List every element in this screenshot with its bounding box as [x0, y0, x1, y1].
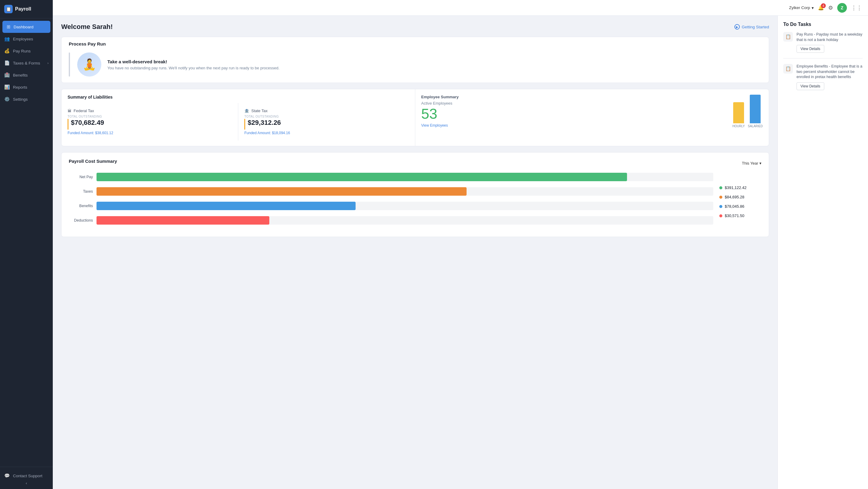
- sidebar-collapse-button[interactable]: ‹: [4, 481, 49, 485]
- sidebar-item-employees[interactable]: 👥 Employees: [0, 33, 53, 45]
- state-accent-bar: [244, 119, 245, 130]
- deductions-bar: [96, 216, 269, 225]
- sidebar-item-label: Settings: [13, 97, 28, 102]
- salaried-label: SALARIED: [748, 125, 763, 128]
- todo-pay-runs-icon: 📋: [783, 32, 793, 42]
- federal-amount: $70,682.49: [71, 119, 104, 127]
- taxes-value: $84,695.28: [725, 195, 744, 199]
- payroll-cost-title: Payroll Cost Summary: [69, 159, 117, 164]
- dashboard-icon: ⊞: [7, 24, 10, 30]
- federal-tax-header: 🏛 Federal Tax: [67, 108, 232, 113]
- employees-icon: 👥: [4, 36, 10, 42]
- sidebar-item-settings[interactable]: ⚙️ Settings: [0, 93, 53, 105]
- sidebar-item-reports[interactable]: 📊 Reports: [0, 81, 53, 93]
- settings-icon: ⚙️: [4, 96, 10, 102]
- todo-pay-runs-view-button[interactable]: View Details: [797, 45, 824, 53]
- salaried-bar: SALARIED: [748, 95, 763, 128]
- summary-card: Summary of Liabilities 🏛 Federal Tax TOT…: [61, 89, 769, 146]
- sidebar-item-benefits[interactable]: 🏥 Benefits: [0, 69, 53, 81]
- notifications-button[interactable]: 🔔 4: [818, 5, 824, 10]
- sidebar-item-dashboard[interactable]: ⊞ Dashboard: [2, 21, 50, 33]
- todo-item-benefits: 📋 Employee Benefits - Employee that is a…: [783, 64, 863, 90]
- deductions-label: Deductions: [69, 218, 93, 223]
- active-employees-label: Active Employees: [421, 101, 728, 105]
- pay-runs-icon: 💰: [4, 48, 10, 54]
- todo-title: To Do Tasks: [783, 22, 863, 27]
- hourly-label: HOURLY: [733, 125, 745, 128]
- todo-benefits-text: Employee Benefits - Employee that is a t…: [797, 64, 863, 80]
- employee-left: Employee Summary Active Employees 53 Vie…: [421, 95, 728, 128]
- main-container: Zylker Corp ▾ 🔔 4 ⚙ Z ⋮⋮ Welcome Sarah! …: [53, 0, 868, 489]
- liabilities-section: Summary of Liabilities 🏛 Federal Tax TOT…: [62, 89, 415, 146]
- sidebar-header: 📋 Payroll: [0, 0, 53, 19]
- deductions-value: $30,571.50: [725, 214, 744, 218]
- taxes-dot: [719, 196, 722, 199]
- sidebar-nav: ⊞ Dashboard 👥 Employees 💰 Pay Runs 📄 Tax…: [0, 19, 53, 467]
- net-pay-track: [96, 173, 713, 181]
- sidebar-footer: 💬 Contact Support ‹: [0, 467, 53, 489]
- sidebar-item-contact-support[interactable]: 💬 Contact Support: [4, 470, 49, 481]
- page-header: Welcome Sarah! ▶ Getting Started: [61, 23, 769, 31]
- state-amount: $29,312.26: [248, 119, 281, 127]
- taxes-track: [96, 187, 713, 196]
- sidebar-contact-label: Contact Support: [13, 474, 42, 478]
- pay-run-text: Take a well-deserved break! You have no …: [107, 59, 280, 70]
- notification-badge: 4: [821, 3, 826, 8]
- period-select[interactable]: This Year ▾: [742, 161, 762, 165]
- payroll-cost-card: Payroll Cost Summary This Year ▾ Net Pay: [61, 152, 769, 237]
- state-funded: Funded Amount: $18,094.16: [244, 131, 409, 135]
- todo-divider: [783, 58, 863, 59]
- sidebar-item-pay-runs[interactable]: 💰 Pay Runs: [0, 45, 53, 57]
- pay-run-description: You have no outstanding pay runs. We'll …: [107, 66, 280, 70]
- net-pay-label: Net Pay: [69, 175, 93, 179]
- hourly-bar-rect: [733, 102, 744, 123]
- sidebar-item-taxes-forms[interactable]: 📄 Taxes & Forms ›: [0, 57, 53, 69]
- process-pay-run-title: Process Pay Run: [62, 37, 769, 46]
- avatar[interactable]: Z: [837, 3, 847, 13]
- salaried-bar-rect: [750, 95, 761, 123]
- chart-legend: $391,122.42 $84,695.28 $78,045.86 $: [719, 173, 762, 231]
- page-title: Welcome Sarah!: [61, 23, 113, 31]
- state-tax-icon: 🏦: [244, 108, 249, 113]
- support-icon: 💬: [4, 473, 10, 479]
- pay-run-content: 🧘 Take a well-deserved break! You have n…: [62, 46, 769, 83]
- benefits-track: [96, 202, 713, 210]
- taxes-legend: $84,695.28: [719, 195, 762, 199]
- federal-amount-row: $70,682.49: [67, 119, 232, 130]
- collapse-icon: ‹: [26, 481, 27, 485]
- main-content: Welcome Sarah! ▶ Getting Started Process…: [53, 16, 777, 489]
- getting-started-button[interactable]: ▶ Getting Started: [734, 24, 769, 30]
- benefits-dot: [719, 205, 722, 208]
- sidebar-item-label: Employees: [13, 37, 33, 41]
- reports-icon: 📊: [4, 85, 10, 90]
- deductions-dot: [719, 214, 722, 217]
- benefits-label: Benefits: [69, 204, 93, 208]
- apps-grid-icon[interactable]: ⋮⋮: [851, 4, 862, 11]
- deductions-row: Deductions: [69, 216, 713, 225]
- taxes-arrow-icon: ›: [48, 61, 49, 65]
- deductions-track: [96, 216, 713, 225]
- pay-run-heading: Take a well-deserved break!: [107, 59, 280, 64]
- sidebar-item-label: Dashboard: [13, 25, 33, 29]
- state-outstanding-label: TOTAL OUTSTANDING: [244, 115, 409, 118]
- benefits-value: $78,045.86: [725, 204, 744, 208]
- sidebar: 📋 Payroll ⊞ Dashboard 👥 Employees 💰 Pay …: [0, 0, 53, 489]
- taxes-label: Taxes: [69, 189, 93, 194]
- employee-count: 53: [421, 107, 728, 121]
- federal-tax-card: 🏛 Federal Tax TOTAL OUTSTANDING $70,682.…: [62, 103, 238, 140]
- liabilities-row: 🏛 Federal Tax TOTAL OUTSTANDING $70,682.…: [62, 103, 415, 140]
- state-funded-amount: $18,094.16: [272, 131, 290, 135]
- view-employees-link[interactable]: View Employees: [421, 123, 448, 128]
- company-chevron-icon: ▾: [812, 5, 814, 10]
- employee-section-inner: Employee Summary Active Employees 53 Vie…: [415, 89, 769, 133]
- federal-outstanding-label: TOTAL OUTSTANDING: [67, 115, 232, 118]
- period-label: This Year: [742, 161, 758, 165]
- taxes-icon: 📄: [4, 60, 10, 66]
- pay-run-illustration: 🧘: [77, 53, 101, 76]
- company-selector[interactable]: Zylker Corp ▾: [789, 5, 814, 10]
- settings-button[interactable]: ⚙: [828, 4, 833, 11]
- app-name: Payroll: [15, 6, 31, 12]
- todo-benefits-view-button[interactable]: View Details: [797, 82, 824, 90]
- app-icon: 📋: [4, 5, 13, 13]
- taxes-bar: [96, 187, 467, 196]
